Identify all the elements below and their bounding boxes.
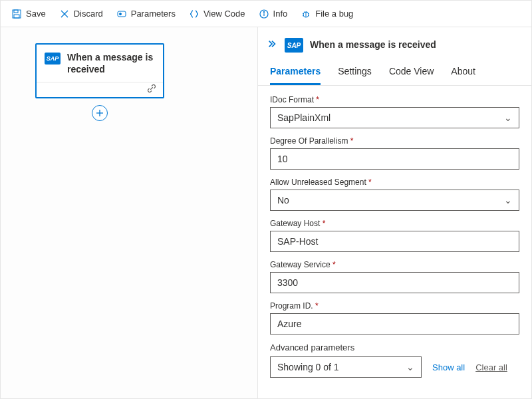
parameters-icon [116,9,127,19]
trigger-card-footer [37,82,163,97]
idoc-format-label: IDoc Format * [270,95,519,104]
field-gateway-service: Gateway Service * [270,260,519,293]
tab-parameters[interactable]: Parameters [270,59,321,85]
degree-input[interactable] [270,148,519,170]
code-icon [189,9,200,19]
info-button[interactable]: Info [253,6,293,22]
add-step-container [35,98,164,121]
allow-unreleased-select[interactable]: No ⌄ [270,190,519,211]
sap-icon: SAP [45,53,61,65]
svg-point-9 [263,11,264,12]
gateway-host-input[interactable] [270,231,519,252]
panel-header: SAP When a message is received [258,27,531,59]
advanced-value: Showing 0 of 1 [277,362,339,372]
program-id-input[interactable] [270,313,519,334]
add-step-button[interactable] [92,105,108,121]
gateway-service-input[interactable] [270,272,519,293]
gateway-service-label: Gateway Service * [270,260,519,269]
trigger-card[interactable]: SAP When a message is received [35,43,164,98]
sap-icon: SAP [285,38,303,53]
info-label: Info [273,9,288,19]
svg-line-16 [305,11,305,12]
parameters-form: IDoc Format * SapPlainXml ⌄ Degree Of Pa… [258,86,531,398]
close-icon [59,9,70,19]
chevron-down-icon: ⌄ [504,112,512,123]
parameters-button[interactable]: Parameters [111,6,181,22]
view-code-label: View Code [203,9,245,19]
clear-all-link[interactable]: Clear all [475,362,507,372]
advanced-label: Advanced parameters [270,342,519,352]
designer-canvas[interactable]: SAP When a message is received [1,27,257,398]
svg-point-6 [119,13,121,15]
save-icon [11,9,22,19]
chevron-double-right-icon [267,39,277,49]
svg-rect-2 [14,15,19,18]
plus-icon [96,109,104,117]
panel-tabs: Parameters Settings Code View About [258,59,531,86]
connection-icon[interactable] [147,84,156,96]
bug-icon [301,9,311,19]
gateway-host-label: Gateway Host * [270,219,519,228]
workspace: SAP When a message is received SAP When … [1,27,531,398]
save-label: Save [26,9,46,19]
idoc-format-value: SapPlainXml [277,112,331,123]
chevron-down-icon: ⌄ [504,195,512,205]
tab-code-view[interactable]: Code View [389,59,434,85]
view-code-button[interactable]: View Code [184,6,251,22]
field-gateway-host: Gateway Host * [270,219,519,252]
info-icon [259,9,269,19]
panel-title: When a message is received [310,39,436,50]
field-allow-unreleased: Allow Unreleased Segment * No ⌄ [270,178,519,211]
file-bug-button[interactable]: File a bug [295,6,358,22]
svg-line-17 [307,11,307,12]
show-all-link[interactable]: Show all [432,362,465,372]
trigger-card-header: SAP When a message is received [37,45,163,82]
field-degree: Degree Of Parallelism * [270,136,519,170]
field-program-id: Program ID. * [270,301,519,334]
details-panel: SAP When a message is received Parameter… [257,27,531,398]
file-bug-label: File a bug [315,9,353,19]
program-id-label: Program ID. * [270,301,519,311]
toolbar: Save Discard Parameters View Code Info F… [1,1,531,27]
allow-unreleased-label: Allow Unreleased Segment * [270,178,519,187]
tab-settings[interactable]: Settings [338,59,372,85]
discard-button[interactable]: Discard [54,6,108,22]
idoc-format-select[interactable]: SapPlainXml ⌄ [270,107,519,128]
field-idoc-format: IDoc Format * SapPlainXml ⌄ [270,95,519,128]
trigger-card-title: When a message is received [67,51,155,75]
parameters-label: Parameters [131,9,176,19]
discard-label: Discard [74,9,103,19]
tab-about[interactable]: About [451,59,475,85]
collapse-button[interactable] [266,38,278,52]
degree-label: Degree Of Parallelism * [270,136,519,146]
allow-unreleased-value: No [277,195,289,205]
advanced-select[interactable]: Showing 0 of 1 ⌄ [270,356,422,378]
svg-rect-1 [14,10,18,13]
advanced-parameters: Advanced parameters Showing 0 of 1 ⌄ Sho… [270,342,519,378]
chevron-down-icon: ⌄ [406,362,414,372]
save-button[interactable]: Save [6,6,51,22]
